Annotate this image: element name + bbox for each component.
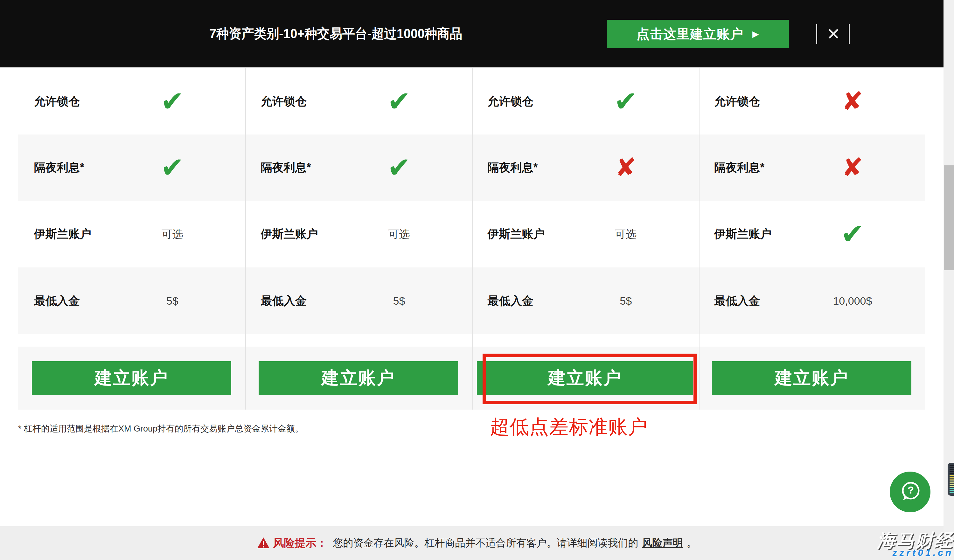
minimap-mark <box>949 482 954 483</box>
feature-label: 最低入金 <box>488 293 533 308</box>
minimap-mark <box>949 471 954 472</box>
risk-disclosure-link[interactable]: 风险声明 <box>642 536 683 550</box>
feature-label: 隔夜利息* <box>261 160 311 176</box>
feature-label: 伊斯兰账户 <box>488 226 545 242</box>
feature-value: 5$ <box>393 296 405 306</box>
check-icon: ✔ <box>161 154 184 182</box>
table-cell: 最低入金 5$ <box>245 268 472 334</box>
cross-icon: ✘ <box>615 155 636 180</box>
feature-label: 最低入金 <box>714 293 760 308</box>
feature-value: 可选 <box>388 229 410 240</box>
table-cell: 最低入金 10,000$ <box>698 268 925 334</box>
scrollbar-thumb[interactable] <box>944 165 954 270</box>
promo-top-bar: 7种资产类别-10+种交易平台-超过1000种商品 点击这里建立账户 ▶ ✕ <box>0 0 954 67</box>
feature-label: 最低入金 <box>261 293 307 308</box>
feature-label: 伊斯兰账户 <box>34 226 91 242</box>
table-cell: 建立账户 <box>245 347 472 409</box>
feature-row-min-deposit: 最低入金 5$ 最低入金 5$ 最低入金 5$ 最低入金 10,000$ <box>18 268 925 334</box>
cross-icon: ✘ <box>842 155 863 180</box>
minimap-mark <box>949 473 954 474</box>
minimap-mark <box>949 477 954 478</box>
check-icon: ✔ <box>161 87 184 115</box>
table-cell: 允许锁仓 ✔ <box>18 68 245 135</box>
table-cell: 伊斯兰账户 可选 <box>472 201 698 268</box>
minimap-mark <box>949 484 954 485</box>
close-icon[interactable]: ✕ <box>824 22 843 46</box>
feature-value: 5$ <box>620 296 632 306</box>
column-divider <box>699 68 700 409</box>
create-account-button-2[interactable]: 建立账户 <box>259 361 458 395</box>
risk-warning-bar: 风险提示： 您的资金存在风险。杠杆商品并不适合所有客户。请详细阅读我们的 风险声… <box>0 526 954 560</box>
feature-label: 允许锁仓 <box>714 94 760 109</box>
table-cell: 隔夜利息* ✘ <box>698 135 925 201</box>
table-cell: 伊斯兰账户 可选 <box>18 201 245 268</box>
open-account-cta-button[interactable]: 点击这里建立账户 ▶ <box>607 20 789 48</box>
check-icon: ✔ <box>841 220 864 248</box>
feature-label: 允许锁仓 <box>34 94 80 109</box>
table-cell: 建立账户 <box>472 347 698 409</box>
feature-label: 伊斯兰账户 <box>261 226 318 242</box>
table-cell: 建立账户 <box>698 347 925 409</box>
create-account-button-3-highlighted[interactable]: 建立账户 <box>477 361 694 395</box>
question-bubble-icon: ? <box>898 479 923 505</box>
table-cell: 伊斯兰账户 ✔ <box>698 201 925 268</box>
help-chat-button[interactable]: ? <box>890 471 931 512</box>
create-account-button-1[interactable]: 建立账户 <box>32 361 231 395</box>
check-icon: ✔ <box>387 154 411 182</box>
feature-value: 可选 <box>615 229 636 240</box>
minimap-mark <box>949 488 954 489</box>
feature-label: 隔夜利息* <box>714 160 764 176</box>
table-cell: 建立账户 <box>18 347 245 409</box>
cta-label: 点击这里建立账户 <box>636 25 744 43</box>
table-cell: 允许锁仓 ✘ <box>698 68 925 135</box>
feature-row-hedging: 允许锁仓 ✔ 允许锁仓 ✔ 允许锁仓 ✔ 允许锁仓 ✘ <box>18 68 925 135</box>
feature-value: 5$ <box>166 296 178 306</box>
minimap-mark <box>949 490 954 491</box>
scroll-minimap-widget[interactable] <box>948 463 954 496</box>
feature-value: 可选 <box>162 229 183 240</box>
risk-text: 您的资金存在风险。杠杆商品并不适合所有客户。请详细阅读我们的 <box>333 536 638 550</box>
divider <box>849 24 850 44</box>
feature-value: 10,000$ <box>833 296 872 306</box>
svg-text:?: ? <box>907 484 914 496</box>
table-cell: 隔夜利息* ✔ <box>245 135 472 201</box>
annotation-text: 超低点差标准账户 <box>490 414 648 440</box>
risk-text-period: 。 <box>687 536 697 550</box>
table-cell: 隔夜利息* ✘ <box>472 135 698 201</box>
feature-label: 允许锁仓 <box>261 94 307 109</box>
feature-row-islamic: 伊斯兰账户 可选 伊斯兰账户 可选 伊斯兰账户 可选 伊斯兰账户 ✔ <box>18 201 925 268</box>
feature-label: 允许锁仓 <box>488 94 533 109</box>
check-icon: ✔ <box>614 87 638 115</box>
warning-triangle-icon <box>257 537 270 549</box>
minimap-mark <box>949 492 954 493</box>
promo-title: 7种资产类别-10+种交易平台-超过1000种商品 <box>209 25 462 43</box>
create-account-button-4[interactable]: 建立账户 <box>712 361 911 395</box>
watermark-domain: zzrt01.cn <box>893 547 953 558</box>
column-divider <box>472 68 473 409</box>
minimap-mark <box>949 486 954 487</box>
check-icon: ✔ <box>387 87 411 115</box>
feature-label: 最低入金 <box>34 293 80 308</box>
minimap-mark <box>949 465 954 466</box>
cta-row: 建立账户 建立账户 建立账户 建立账户 <box>18 347 925 409</box>
feature-label: 伊斯兰账户 <box>714 226 772 242</box>
leverage-footnote: * 杠杆的适用范围是根据在XM Group持有的所有交易账户总资金累计金额。 <box>18 423 304 434</box>
table-cell: 允许锁仓 ✔ <box>245 68 472 135</box>
table-cell: 允许锁仓 ✔ <box>472 68 698 135</box>
feature-row-swap: 隔夜利息* ✔ 隔夜利息* ✔ 隔夜利息* ✘ 隔夜利息* ✘ <box>18 135 925 201</box>
minimap-mark <box>949 481 954 481</box>
minimap-mark <box>949 469 954 470</box>
table-cell: 隔夜利息* ✔ <box>18 135 245 201</box>
table-cell: 伊斯兰账户 可选 <box>245 201 472 268</box>
minimap-mark <box>949 467 954 468</box>
minimap-mark <box>949 475 954 476</box>
minimap-mark <box>949 479 954 479</box>
column-divider <box>245 68 246 409</box>
cross-icon: ✘ <box>842 89 863 114</box>
feature-label: 隔夜利息* <box>34 160 84 176</box>
risk-label: 风险提示： <box>273 536 327 551</box>
table-cell: 最低入金 5$ <box>18 268 245 334</box>
arrow-right-icon: ▶ <box>752 30 759 39</box>
feature-label: 隔夜利息* <box>488 160 538 176</box>
divider <box>816 24 817 44</box>
